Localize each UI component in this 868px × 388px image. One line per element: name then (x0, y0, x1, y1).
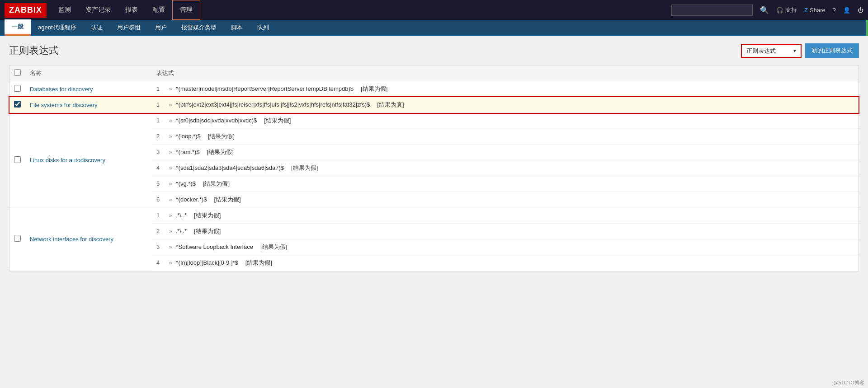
row-expr-cell: 6 » ^(docker.*)$[结果为假] (152, 192, 859, 208)
type-select-wrapper: 正则表达式 (741, 44, 802, 58)
expr-result: [结果为假] (291, 164, 318, 171)
row-name-cell: Databases for discovery (25, 81, 152, 97)
expr-result: [结果为假] (264, 117, 291, 124)
subnav-agent[interactable]: agent代理程序 (31, 19, 84, 36)
table-header-row: 名称 表达式 (9, 65, 859, 81)
new-regex-button[interactable]: 新的正则表达式 (805, 43, 859, 58)
header-expr: 表达式 (152, 65, 859, 81)
row-checkbox-linuxdisks[interactable] (14, 156, 21, 163)
expr-number: 6 (156, 196, 165, 203)
row-expr-cell: 4 » ^(In)[loop][Black][0-9 ]*$[结果为假] (152, 255, 859, 271)
select-all-checkbox[interactable] (14, 69, 21, 76)
nav-monitor[interactable]: 监测 (51, 0, 78, 20)
expr-number: 1 (156, 117, 165, 124)
subnav-auth[interactable]: 认证 (84, 19, 110, 36)
expr-result: [结果为假] (194, 212, 221, 219)
expr-arrow: » (167, 180, 174, 187)
subnav-scripts[interactable]: 脚本 (224, 19, 250, 36)
row-checkbox-databases[interactable] (14, 85, 21, 92)
user-btn[interactable]: 👤 (843, 7, 850, 14)
expr-text: .*\..* (175, 212, 187, 219)
type-select[interactable]: 正则表达式 (742, 45, 801, 57)
expr-arrow: » (167, 85, 174, 92)
footer-note: @51CTO博客 (834, 379, 864, 386)
nav-config[interactable]: 配置 (145, 0, 172, 20)
header-name: 名称 (25, 65, 152, 81)
nav-asset[interactable]: 资产记录 (78, 0, 118, 20)
support-btn[interactable]: 🎧 支持 (776, 6, 797, 14)
row-checkbox-networkinterfaces[interactable] (14, 235, 21, 242)
table-row: Linux disks for autodiscovery1 » ^(sr0|s… (9, 113, 859, 129)
row-expr-cell: 1 » ^(btrfs|ext2|ext3|ext4|jfs|reiser|xf… (152, 97, 859, 113)
row-name-cell: Linux disks for autodiscovery (25, 113, 152, 208)
row-expr-cell: 3 » ^Software Loopback Interface[结果为假] (152, 239, 859, 255)
expr-number: 4 (156, 259, 165, 266)
search-icon[interactable]: 🔍 (760, 6, 769, 14)
share-z-icon: Z (804, 7, 808, 14)
row-check-cell (9, 97, 25, 113)
row-expr-cell: 3 » ^(ram.*)$[结果为假] (152, 145, 859, 160)
row-checkbox-filesystems[interactable] (14, 101, 21, 108)
expr-arrow: » (167, 212, 174, 219)
expr-arrow: » (167, 133, 174, 140)
page-content: 正则表达式 正则表达式 新的正则表达式 名称 表达式 (0, 36, 868, 388)
subnav-media[interactable]: 报警媒介类型 (174, 19, 224, 36)
nav-report[interactable]: 报表 (118, 0, 145, 20)
row-name-link-linuxdisks[interactable]: Linux disks for autodiscovery (30, 157, 105, 164)
top-nav-right: 🔍 🎧 支持 Z Share ? 👤 ⏻ (671, 5, 863, 16)
subnav-queue[interactable]: 队列 (250, 19, 276, 36)
expr-arrow: » (167, 101, 174, 108)
table-row: Network interfaces for discovery1 » .*\.… (9, 208, 859, 224)
power-btn[interactable]: ⏻ (858, 7, 863, 14)
expr-number: 2 (156, 133, 165, 140)
expr-text: ^(In)[loop][Black][0-9 ]*$ (175, 259, 238, 266)
row-expr-cell: 5 » ^(vg.*)$[结果为假] (152, 176, 859, 192)
table-row: Databases for discovery1 » ^(master|mode… (9, 81, 859, 97)
row-expr-cell: 1 » ^(master|model|msdb|ReportServer|Rep… (152, 81, 859, 97)
subnav-general[interactable]: 一般 (5, 19, 31, 36)
expr-arrow: » (167, 243, 174, 250)
regex-table: 名称 表达式 Databases for discovery1 » ^(mast… (9, 65, 859, 271)
subnav-users[interactable]: 用户 (148, 19, 174, 36)
expr-text: ^(master|model|msdb|ReportServer|ReportS… (175, 85, 354, 92)
row-check-cell (9, 81, 25, 97)
expr-text: ^(loop.*)$ (175, 133, 200, 140)
help-btn[interactable]: ? (833, 7, 836, 14)
top-navigation: ZABBIX 监测 资产记录 报表 配置 管理 🔍 🎧 支持 Z Share ?… (0, 0, 868, 20)
support-icon: 🎧 (776, 7, 783, 14)
expr-text: ^(sda1|sda2|sda3|sda4|sda5|sda6|sda7)$ (175, 164, 284, 171)
expr-number: 2 (156, 228, 165, 234)
search-input[interactable] (671, 5, 753, 16)
expr-arrow: » (167, 117, 174, 124)
table-container: 名称 表达式 Databases for discovery1 » ^(mast… (9, 65, 859, 271)
logo: ZABBIX (5, 3, 47, 18)
row-name-cell: File systems for discovery (25, 97, 152, 113)
expr-result: [结果为假] (245, 259, 272, 266)
expr-text: ^(btrfs|ext2|ext3|ext4|jfs|reiser|xfs|ff… (175, 101, 370, 108)
nav-admin[interactable]: 管理 (172, 0, 200, 20)
expr-result: [结果为真] (377, 101, 404, 108)
expr-text: ^(vg.*)$ (175, 180, 195, 187)
row-name-link-databases[interactable]: Databases for discovery (30, 86, 93, 93)
share-label: Share (810, 7, 826, 14)
row-expr-cell: 4 » ^(sda1|sda2|sda3|sda4|sda5|sda6|sda7… (152, 160, 859, 176)
expr-text: ^(ram.*)$ (175, 149, 199, 155)
page-header: 正则表达式 正则表达式 新的正则表达式 (9, 43, 859, 58)
row-name-link-networkinterfaces[interactable]: Network interfaces for discovery (30, 236, 113, 243)
page-title: 正则表达式 (9, 44, 741, 57)
expr-result: [结果为假] (214, 196, 241, 203)
status-accent (866, 20, 868, 36)
expr-result: [结果为假] (203, 180, 230, 187)
expr-number: 3 (156, 149, 165, 155)
expr-arrow: » (167, 164, 174, 171)
expr-text: ^Software Loopback Interface (175, 243, 253, 250)
expr-text: .*\..* (175, 228, 187, 234)
expr-number: 5 (156, 180, 165, 187)
header-controls: 正则表达式 新的正则表达式 (741, 43, 859, 58)
expr-number: 3 (156, 243, 165, 250)
share-btn[interactable]: Z Share (804, 7, 826, 14)
expr-arrow: » (167, 228, 174, 234)
subnav-usergroups[interactable]: 用户群组 (110, 19, 148, 36)
expr-arrow: » (167, 259, 174, 266)
row-name-link-filesystems[interactable]: File systems for discovery (30, 102, 98, 108)
